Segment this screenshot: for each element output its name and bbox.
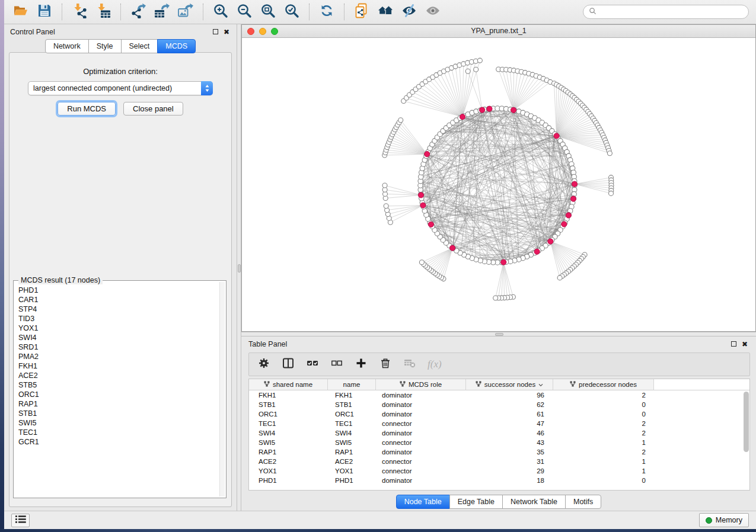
maximize-window-icon[interactable] [271, 28, 278, 35]
save-button[interactable] [33, 2, 56, 22]
mcds-result-item[interactable]: STP4 [18, 305, 219, 314]
table-row[interactable]: ACE2ACE2connector311 [249, 457, 749, 466]
run-mcds-button[interactable]: Run MCDS [58, 102, 116, 116]
table-row[interactable]: FKH1FKH1dominator962 [249, 390, 749, 400]
task-history-button[interactable] [11, 514, 30, 527]
mcds-result-item[interactable]: YOX1 [18, 323, 219, 333]
network-canvas[interactable] [242, 38, 755, 331]
table-cell: PHD1 [328, 477, 376, 484]
vertical-splitter[interactable] [237, 24, 241, 511]
control-panel: Control Panel ✖ NetworkStyleSelectMCDS O… [4, 24, 237, 511]
zoom-in-button[interactable] [209, 2, 232, 22]
open-folder-button[interactable] [9, 2, 33, 22]
network-graph[interactable] [242, 38, 755, 331]
mcds-result-item[interactable]: STB5 [18, 380, 219, 390]
import-table-button[interactable] [91, 2, 115, 22]
float-panel-icon[interactable] [213, 29, 218, 34]
float-panel-icon[interactable] [731, 341, 736, 347]
mcds-result-item[interactable]: RAP1 [18, 399, 219, 409]
mcds-result-item[interactable]: ORC1 [18, 390, 219, 399]
refresh-icon [319, 3, 334, 21]
gear-button[interactable] [257, 358, 270, 371]
zoom-out-button[interactable] [232, 2, 256, 22]
mcds-result-item[interactable]: SRD1 [18, 342, 219, 352]
splitter-grip[interactable] [238, 264, 241, 273]
memory-button[interactable]: Memory [699, 513, 749, 527]
mcds-result-item[interactable]: PHD1 [18, 286, 219, 295]
eye-show-button[interactable] [421, 2, 445, 22]
mcds-result-item[interactable]: TID3 [18, 314, 219, 323]
table-scrollbar-thumb[interactable] [744, 392, 749, 452]
trash-icon [379, 357, 391, 371]
trash-button[interactable] [379, 358, 392, 371]
table-cell: dominator [376, 448, 466, 456]
eye-hide-icon [401, 3, 417, 21]
import-network-button[interactable] [68, 2, 91, 22]
columns-button[interactable] [282, 358, 295, 371]
mcds-result-item[interactable]: STB1 [18, 409, 219, 418]
tab-select[interactable]: Select [121, 39, 158, 53]
export-table-button[interactable] [150, 2, 174, 22]
table-row[interactable]: RAP1RAP1dominator352 [249, 447, 749, 457]
search-box[interactable] [583, 5, 749, 19]
close-window-icon[interactable] [247, 28, 254, 35]
mcds-result-item[interactable]: TEC1 [18, 428, 219, 437]
search-input[interactable] [599, 8, 743, 16]
unselect-all-button[interactable] [330, 358, 343, 371]
tab-mcds[interactable]: MCDS [157, 39, 196, 53]
tab-network[interactable]: Network [45, 39, 89, 53]
splitter-grip[interactable] [495, 333, 503, 336]
table-row[interactable]: SWI5SWI5connector431 [249, 438, 749, 447]
column-header-successor-nodes[interactable]: successor nodes [466, 379, 553, 390]
destroy-table-icon [404, 357, 416, 371]
close-panel-icon[interactable]: ✖ [224, 29, 229, 35]
toolbar-separator [62, 4, 62, 20]
horizontal-splitter[interactable] [241, 332, 756, 336]
mcds-result-item[interactable]: ACE2 [18, 371, 219, 380]
refresh-button[interactable] [315, 2, 339, 22]
table-row[interactable]: TEC1TEC1connector472 [249, 419, 749, 428]
minimize-window-icon[interactable] [259, 28, 266, 35]
mcds-result-item[interactable]: FKH1 [18, 361, 219, 371]
tab-motifs[interactable]: Motifs [565, 495, 601, 509]
column-header-predecessor-nodes[interactable]: predecessor nodes [553, 379, 654, 390]
zoom-fit-button[interactable] [256, 2, 280, 22]
gear-icon [258, 357, 270, 371]
mcds-result-item[interactable]: SWI5 [18, 418, 219, 428]
mcds-result-item[interactable]: GCR1 [18, 437, 219, 447]
tab-style[interactable]: Style [88, 39, 122, 53]
eye-hide-button[interactable] [397, 2, 421, 22]
houses-button[interactable] [374, 2, 397, 22]
close-panel-button[interactable]: Close panel [123, 102, 183, 116]
table-row[interactable]: PHD1PHD1dominator180 [249, 476, 749, 485]
export-table-icon [154, 3, 170, 21]
select-all-button[interactable] [306, 358, 319, 371]
table-row[interactable]: ORC1ORC1dominator610 [249, 409, 749, 419]
zoom-selected-button[interactable] [280, 2, 304, 22]
mcds-result-item[interactable]: SWI4 [18, 333, 219, 342]
mcds-result-item[interactable]: CAR1 [18, 295, 219, 305]
tab-node-table[interactable]: Node Table [396, 495, 450, 509]
column-header-MCDS-role[interactable]: MCDS role [376, 379, 466, 390]
table-toolbar: f(x) [248, 352, 750, 376]
mcds-list-scrollbar[interactable] [219, 282, 225, 496]
table-row[interactable]: SWI4SWI4dominator462 [249, 428, 749, 438]
close-panel-icon[interactable]: ✖ [742, 341, 748, 347]
table-row[interactable]: YOX1YOX1connector291 [249, 466, 749, 476]
add-button[interactable] [355, 358, 368, 371]
mcds-result-item[interactable]: PMA2 [18, 352, 219, 361]
mcds-result-list[interactable]: PHD1CAR1STP4TID3YOX1SWI4SRD1PMA2FKH1ACE2… [15, 284, 219, 496]
table-row[interactable]: STB1STB1dominator620 [249, 400, 749, 409]
tab-edge-table[interactable]: Edge Table [449, 495, 503, 509]
criterion-dropdown[interactable]: largest connected component (undirected) [28, 81, 213, 95]
duplicate-network-button[interactable] [350, 2, 374, 22]
export-network-button[interactable] [126, 2, 150, 22]
column-header-name[interactable]: name [328, 379, 376, 390]
export-image-button[interactable] [174, 2, 197, 22]
column-header-shared-name[interactable]: shared name [249, 379, 328, 390]
tab-network-table[interactable]: Network Table [502, 495, 566, 509]
table-cell: RAP1 [328, 448, 376, 456]
control-panel-title: Control Panel [10, 28, 55, 36]
control-panel-titlebar: Control Panel ✖ [4, 24, 237, 39]
node-table-header: shared namenameMCDS rolesuccessor nodesp… [249, 379, 749, 390]
